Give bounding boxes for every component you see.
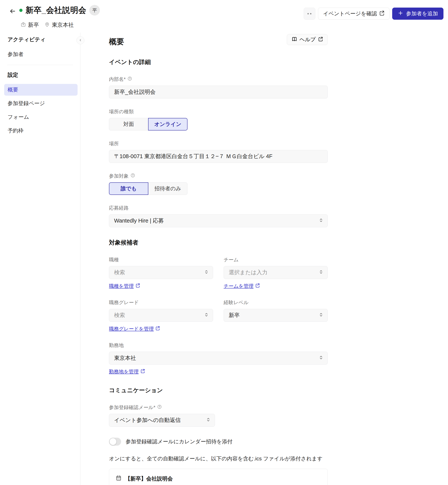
job-grade-placeholder: 検索 — [114, 312, 125, 319]
calendar-invite-toggle-row: 参加登録確認メールにカレンダー招待を添付 — [109, 438, 328, 446]
location-field: 場所 〒108-0071 東京都港区白金台５丁目１２−７ ＭＧ白金台ビル 4F — [109, 140, 328, 163]
manage-teams-label: チームを管理 — [224, 283, 254, 289]
application-route-field: 応募経路 Wantedly Hire | 応募 — [109, 205, 328, 227]
external-link-icon — [155, 326, 160, 332]
plus-icon — [398, 10, 403, 17]
team-field: チーム 選択または入力 チームを管理 — [224, 256, 328, 289]
team-label: チーム — [224, 256, 239, 263]
external-link-icon — [136, 283, 140, 289]
location-field-label: 場所 — [109, 140, 119, 147]
job-position-placeholder: 検索 — [114, 269, 125, 276]
sidebar-activity-heading: アクティビティ — [8, 36, 73, 43]
select-chevrons-icon — [318, 355, 324, 362]
location-label: 東京本社 — [52, 21, 74, 29]
event-status-dot — [19, 9, 23, 12]
sidebar-item-registration-page[interactable]: 参加登録ページ — [4, 98, 73, 109]
manage-teams-link[interactable]: チームを管理 — [224, 283, 260, 289]
location-pin-icon — [44, 22, 50, 29]
sidebar-item-form[interactable]: フォーム — [4, 111, 73, 123]
section-communication-heading: コミュニケーション — [109, 386, 328, 394]
help-circle-icon — [130, 173, 135, 179]
manage-work-locations-link[interactable]: 勤務地を管理 — [109, 368, 145, 375]
work-location-field: 勤務地 東京本社 勤務地を管理 — [109, 342, 328, 375]
location-meta: 東京本社 — [44, 21, 74, 29]
select-chevrons-icon — [318, 218, 324, 224]
more-options-button[interactable] — [304, 8, 315, 20]
audience-segmented: 誰でも 招待者のみ — [109, 182, 187, 195]
calendar-invite-toggle[interactable] — [109, 438, 121, 446]
select-chevrons-icon — [318, 269, 324, 276]
confirmation-email-select[interactable]: イベント参加への自動返信 — [109, 414, 215, 427]
calendar-invite-toggle-label: 参加登録確認メールにカレンダー招待を添付 — [126, 438, 232, 445]
view-event-page-label: イベントページを確認 — [323, 10, 377, 17]
experience-level-select[interactable]: 新卒 — [224, 309, 328, 322]
work-location-label: 勤務地 — [109, 342, 124, 349]
location-input[interactable]: 〒108-0071 東京都港区白金台５丁目１２−７ ＭＧ白金台ビル 4F — [109, 150, 328, 163]
ics-card-title: 【新卒】会社説明会 — [125, 475, 173, 482]
audience-option-invitees-only[interactable]: 招待者のみ — [148, 182, 187, 195]
sidebar-collapse-button[interactable] — [76, 36, 84, 44]
experience-level-field: 経験レベル 新卒 — [224, 299, 328, 332]
work-location-select[interactable]: 東京本社 — [109, 352, 328, 365]
audience-option-anyone[interactable]: 誰でも — [109, 182, 148, 195]
select-chevrons-icon — [204, 269, 209, 276]
add-participant-label: 参加者を追加 — [406, 10, 438, 17]
page-title: 概要 — [109, 36, 124, 47]
select-chevrons-icon — [204, 312, 209, 319]
ics-preview-card: 【新卒】会社説明会 2026/04/13 13:00 ~ 2026/04/20 … — [109, 469, 328, 485]
back-arrow-icon — [9, 8, 16, 15]
book-icon — [292, 36, 297, 43]
event-meta: 新卒 東京本社 — [20, 21, 74, 29]
section-event-details-heading: イベントの詳細 — [109, 58, 328, 66]
confirmation-email-value: イベント参加への自動返信 — [114, 416, 181, 424]
manage-job-positions-link[interactable]: 職種を管理 — [109, 283, 140, 289]
internal-name-input[interactable]: 新卒_会社説明会 — [109, 86, 328, 99]
sidebar-main-divider — [80, 33, 80, 485]
overview-content: 概要 ヘルプ イベントの詳細 内部名* 新卒_会社説明会 場 — [109, 32, 328, 485]
view-event-page-button[interactable]: イベントページを確認 — [318, 8, 390, 20]
sidebar-settings-heading: 設定 — [8, 71, 73, 79]
avatar: 平 — [89, 5, 100, 16]
help-label: ヘルプ — [299, 36, 316, 43]
job-grade-select[interactable]: 検索 — [109, 309, 213, 322]
add-participant-button[interactable]: 参加者を追加 — [392, 8, 443, 20]
external-link-icon — [379, 10, 384, 17]
location-type-option-online[interactable]: オンライン — [148, 118, 187, 131]
location-type-label: 場所の種類 — [109, 108, 134, 115]
work-location-value: 東京本社 — [114, 354, 136, 362]
ics-attachment-note: オンにすると、全ての自動確認メールに、以下の内容を含む.ics ファイルが添付さ… — [109, 455, 328, 462]
manage-job-grades-label: 職務グレードを管理 — [109, 326, 154, 332]
event-title: 新卒_会社説明会 — [25, 5, 86, 16]
job-type-meta: 新卒 — [20, 21, 39, 29]
internal-name-field: 内部名* 新卒_会社説明会 — [109, 76, 328, 99]
experience-level-value: 新卒 — [229, 312, 240, 319]
audience-label: 参加対象 — [109, 173, 129, 179]
settings-sidebar: アクティビティ 参加者 設定 概要 参加登録ページ フォーム 予約枠 — [0, 32, 80, 139]
calendar-icon — [116, 475, 122, 482]
sidebar-item-overview[interactable]: 概要 — [4, 84, 78, 96]
team-select[interactable]: 選択または入力 — [224, 266, 328, 279]
select-chevrons-icon — [318, 312, 324, 319]
application-route-value: Wantedly Hire | 応募 — [114, 217, 164, 225]
sidebar-divider — [7, 65, 73, 65]
internal-name-label: 内部名* — [109, 76, 126, 82]
application-route-label: 応募経路 — [109, 205, 129, 211]
back-button[interactable] — [8, 7, 17, 16]
select-chevrons-icon — [206, 417, 211, 424]
sidebar-item-booking-slots[interactable]: 予約枠 — [4, 125, 73, 137]
audience-field: 参加対象 誰でも 招待者のみ — [109, 173, 328, 195]
job-grade-field: 職務グレード 検索 職務グレードを管理 — [109, 299, 213, 332]
location-type-option-in-person[interactable]: 対面 — [109, 118, 148, 131]
manage-job-grades-link[interactable]: 職務グレードを管理 — [109, 326, 160, 332]
job-position-select[interactable]: 検索 — [109, 266, 213, 279]
job-position-label: 職種 — [109, 256, 119, 263]
briefcase-icon — [20, 22, 26, 29]
help-button[interactable]: ヘルプ — [287, 34, 328, 45]
sidebar-item-participants[interactable]: 参加者 — [4, 49, 73, 60]
manage-work-locations-label: 勤務地を管理 — [109, 368, 139, 375]
location-type-field: 場所の種類 対面 オンライン — [109, 108, 328, 131]
application-route-select[interactable]: Wantedly Hire | 応募 — [109, 214, 328, 227]
external-link-icon — [318, 37, 323, 43]
help-circle-icon — [127, 76, 132, 82]
job-type-label: 新卒 — [28, 21, 39, 29]
